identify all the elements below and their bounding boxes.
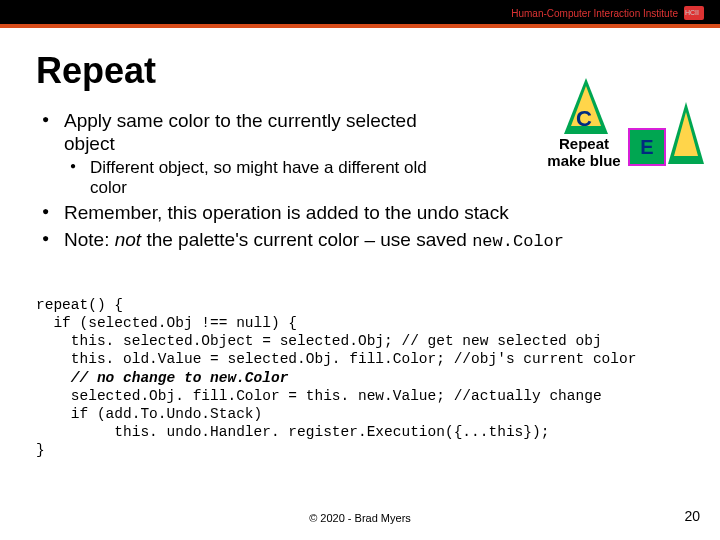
bullet-2-text: Remember, this operation is added to the… (64, 202, 509, 223)
code-l8: this. undo.Handler. register.Execution({… (36, 424, 549, 440)
bullet-3-rest: the palette's current color – use saved (146, 229, 472, 250)
code-l1: repeat() { (36, 297, 123, 313)
hcii-label: Human-Computer Interaction Institute (511, 8, 678, 19)
hcii-branding: Human-Computer Interaction Institute (511, 6, 704, 20)
code-l5: // no change to new.Color (36, 370, 288, 386)
bullet-3-prefix: Note: (64, 229, 115, 250)
code-block: repeat() { if (selected.Obj !== null) { … (36, 296, 636, 459)
bullet-list: Apply same color to the currently select… (36, 110, 696, 253)
hcii-logo-icon (684, 6, 704, 20)
code-l2: if (selected.Obj !== null) { (36, 315, 297, 331)
bullet-1: Apply same color to the currently select… (36, 110, 696, 198)
bullet-1-text: Apply same color to the currently select… (64, 110, 424, 156)
code-l9: } (36, 442, 45, 458)
bullet-1-sub: Different object, so might have a differ… (64, 158, 696, 199)
bullet-1-sub-text: Different object, so might have a differ… (90, 158, 430, 199)
bullet-3-italic: not (115, 229, 147, 250)
page-number: 20 (684, 508, 700, 524)
bullet-2: Remember, this operation is added to the… (36, 202, 696, 225)
bullet-3: Note: not the palette's current color – … (36, 229, 696, 252)
code-l7: if (add.To.Undo.Stack) (36, 406, 262, 422)
content-area: Apply same color to the currently select… (36, 110, 696, 257)
code-l4: this. old.Value = selected.Obj. fill.Col… (36, 351, 636, 367)
code-l3: this. selected.Object = selected.Obj; //… (36, 333, 602, 349)
slide-title: Repeat (36, 50, 156, 92)
code-l6: selected.Obj. fill.Color = this. new.Val… (36, 388, 602, 404)
bullet-3-code: new.Color (472, 232, 564, 251)
footer-copyright: © 2020 - Brad Myers (0, 512, 720, 524)
accent-bar (0, 24, 720, 28)
